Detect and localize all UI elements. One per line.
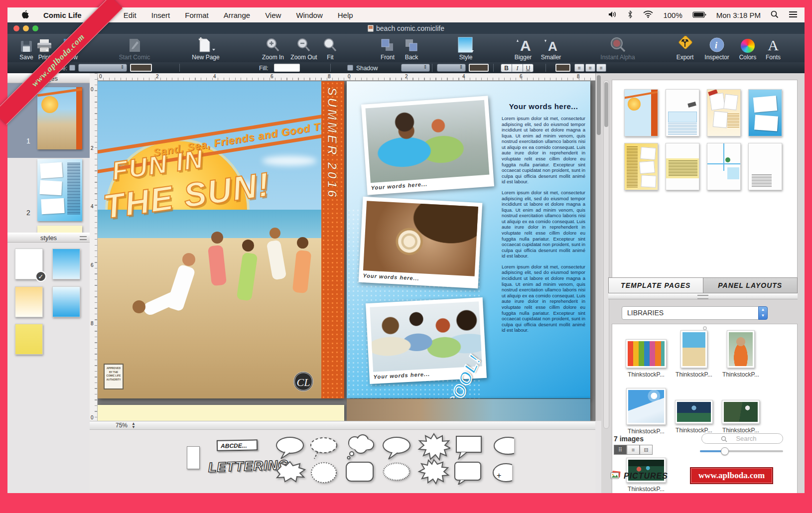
- style-swatch-sky-gradient[interactable]: [52, 286, 80, 317]
- detail-view-button[interactable]: ⊟: [640, 445, 653, 455]
- balloon-dashed-ellipse[interactable]: [309, 436, 340, 463]
- thumbnail-size-slider[interactable]: [700, 450, 783, 452]
- stroke-color-swatch[interactable]: [130, 64, 152, 72]
- article-text-column[interactable]: Your words here... Lorem ipsum dolor sit…: [502, 102, 585, 338]
- style-swatch-white[interactable]: ✓: [15, 249, 43, 279]
- balloon-spiky-circle[interactable]: [309, 461, 339, 488]
- stroke-style-dropdown[interactable]: [78, 64, 127, 72]
- text-box-shape[interactable]: [187, 446, 200, 469]
- italic-button[interactable]: I: [512, 64, 523, 72]
- wifi-icon[interactable]: [643, 10, 653, 19]
- polaroid-photo-2[interactable]: Your words here...: [359, 197, 483, 288]
- new-page-button[interactable]: New Page: [187, 36, 225, 61]
- search-input[interactable]: [714, 434, 779, 443]
- document-canvas[interactable]: Sand, Sea, Friends and Good Times... FUN…: [98, 81, 595, 421]
- balloon-rectangle[interactable]: [455, 435, 485, 463]
- libraries-dropdown[interactable]: LIBRARIES ▲▼: [622, 306, 759, 320]
- page-3-top-edge[interactable]: [98, 405, 344, 421]
- balloon-burst[interactable]: [417, 433, 450, 463]
- template-thumb-panels[interactable]: [666, 89, 699, 136]
- menu-comic-life[interactable]: Comic Life: [43, 11, 82, 19]
- cover-spine[interactable]: SUMMER 2016: [321, 81, 344, 398]
- page-2-thumbnail[interactable]: [37, 159, 82, 221]
- underline-button[interactable]: U: [523, 64, 534, 72]
- caption-box-shape[interactable]: ABCDE...: [217, 439, 258, 451]
- bold-button[interactable]: B: [501, 64, 512, 72]
- slider-knob[interactable]: [721, 447, 729, 455]
- balloon-rounded-rect[interactable]: [345, 461, 376, 487]
- template-thumb-article-yellow[interactable]: [624, 143, 658, 190]
- stroke-checkbox[interactable]: [69, 65, 75, 71]
- front-button[interactable]: Front: [375, 36, 400, 61]
- smaller-button[interactable]: ASmaller: [537, 36, 565, 61]
- align-right-button[interactable]: ≡: [596, 64, 606, 72]
- back-button[interactable]: Back: [400, 36, 423, 61]
- menu-insert[interactable]: Insert: [151, 11, 170, 19]
- zoom-stepper[interactable]: ▲▼: [132, 422, 135, 429]
- template-thumb-text-bottom[interactable]: [748, 143, 782, 190]
- fonts-button[interactable]: AFonts: [761, 36, 786, 61]
- template-thumb-polaroids-blue[interactable]: [748, 89, 782, 136]
- tab-template-pages[interactable]: TEMPLATE PAGES: [608, 277, 703, 293]
- bigger-button[interactable]: ABigger: [511, 36, 536, 61]
- template-thumb-polaroids-warm[interactable]: [707, 89, 741, 136]
- canvas-vertical-scrollbar[interactable]: [595, 73, 601, 421]
- dropdown-stepper-icon[interactable]: ▲▼: [758, 306, 768, 320]
- inspector-button[interactable]: iInspector: [699, 36, 735, 61]
- balloon-fuzzy-ellipse[interactable]: [381, 461, 412, 487]
- menu-edit[interactable]: Edit: [124, 11, 136, 19]
- text-color-swatch[interactable]: [469, 64, 489, 72]
- shadow-offset-dropdown[interactable]: [401, 64, 430, 72]
- scrollbar-thumb[interactable]: [597, 75, 601, 135]
- page-4-photo-edge[interactable]: [347, 399, 590, 421]
- menu-window[interactable]: Window: [296, 11, 322, 19]
- template-thumb-text-yellow[interactable]: [666, 143, 699, 190]
- list-view-button[interactable]: ≡: [627, 445, 640, 455]
- style-swatch-peach-gradient[interactable]: [15, 286, 43, 317]
- scrollbar-thumb[interactable]: [604, 82, 608, 127]
- notification-center-icon[interactable]: [789, 11, 798, 19]
- volume-icon[interactable]: [608, 11, 617, 19]
- menu-arrange[interactable]: Arrange: [224, 11, 250, 19]
- polaroid-photo-3[interactable]: Your words here... COOL!: [366, 297, 487, 384]
- balloon-shout[interactable]: [273, 461, 306, 488]
- menu-help[interactable]: Help: [338, 11, 353, 19]
- cover-page[interactable]: Sand, Sea, Friends and Good Times... FUN…: [98, 81, 344, 398]
- menu-format[interactable]: Format: [185, 11, 209, 19]
- align-left-button[interactable]: ≡: [574, 64, 584, 72]
- fit-button[interactable]: Fit: [320, 36, 340, 61]
- balloon-ellipse[interactable]: [275, 436, 306, 463]
- template-thumb-grid-lines[interactable]: [707, 143, 741, 190]
- template-thumb-cover[interactable]: [624, 89, 658, 136]
- styles-menu-icon[interactable]: [80, 236, 87, 240]
- spotlight-icon[interactable]: [771, 10, 779, 20]
- shadow-checkbox[interactable]: [347, 65, 353, 71]
- styles-panel-header[interactable]: styles: [7, 233, 90, 243]
- library-item[interactable]: ThinkstockP...: [623, 388, 669, 435]
- library-item[interactable]: ThinkstockP...: [671, 330, 717, 378]
- zoom-in-button[interactable]: Zoom In: [258, 36, 288, 61]
- page-3-thumbnail-partial[interactable]: [37, 226, 82, 233]
- apple-menu-icon[interactable]: [21, 10, 30, 20]
- style-swatch-blue-gradient[interactable]: [52, 249, 80, 279]
- zoom-out-button[interactable]: Zoom Out: [288, 36, 320, 61]
- library-item[interactable]: ThinkstockP...: [718, 400, 764, 434]
- style-swatch-yellow[interactable]: [15, 324, 43, 355]
- menu-clock[interactable]: Mon 3:18 PM: [716, 11, 761, 19]
- align-center-button[interactable]: ≡: [585, 64, 595, 72]
- bluetooth-icon[interactable]: [627, 10, 633, 20]
- balloon-thought-cloud[interactable]: [345, 434, 377, 463]
- grid-view-button[interactable]: ⠿: [614, 445, 627, 455]
- page-1-thumbnail[interactable]: [37, 87, 82, 149]
- balloon-ellipse-2[interactable]: [381, 436, 412, 463]
- style-button[interactable]: Style: [453, 36, 478, 61]
- library-item[interactable]: ThinkstockP...: [718, 330, 764, 378]
- tab-panel-layouts[interactable]: PANEL LAYOUTS: [703, 277, 798, 293]
- menu-view[interactable]: View: [265, 11, 281, 19]
- balloon-rounded-rect-2[interactable]: [453, 461, 484, 487]
- polaroid-photo-1[interactable]: Your words here...: [361, 96, 494, 195]
- balloon-ellipse-partial[interactable]: [489, 436, 514, 463]
- library-item[interactable]: ThinkstockP...: [671, 400, 717, 434]
- export-button[interactable]: Export: [671, 36, 699, 61]
- colors-button[interactable]: Colors: [734, 36, 762, 61]
